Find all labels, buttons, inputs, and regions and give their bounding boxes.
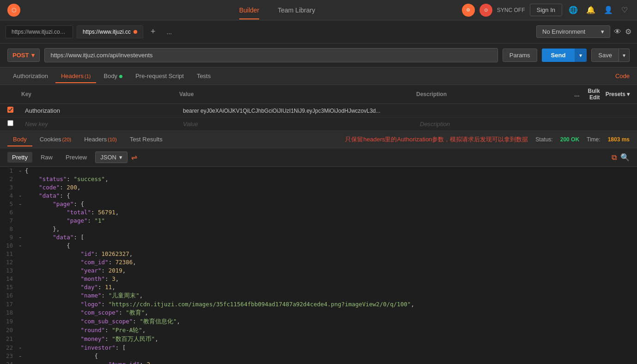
line-content: "code": 200, — [25, 184, 637, 191]
line-toggle[interactable]: - — [18, 352, 25, 359]
tab-body[interactable]: Body — [98, 69, 128, 83]
request-tabs: Authorization Headers(1) Body Pre-reques… — [0, 67, 637, 85]
tab-pre-request[interactable]: Pre-request Script — [130, 69, 189, 83]
presets-button[interactable]: Presets ▾ — [606, 91, 630, 97]
line-number: 1 — [0, 167, 18, 174]
tab-headers[interactable]: Headers(1) — [55, 69, 97, 83]
tab-tests[interactable]: Tests — [191, 69, 216, 83]
line-number: 5 — [0, 200, 18, 207]
line-number: 22 — [0, 344, 18, 351]
line-content: "com_sub_scope": "教育信息化", — [25, 318, 637, 326]
line-content: "investor": [ — [25, 344, 637, 351]
line-number: 20 — [0, 327, 18, 334]
method-dropdown[interactable]: POST ▾ — [7, 49, 40, 62]
json-line: 4- "data": { — [0, 192, 637, 200]
top-nav-tabs: Builder Team Library — [92, 1, 462, 19]
copy-icon[interactable]: ⧉ — [612, 153, 617, 162]
json-line: 3 "code": 200, — [0, 183, 637, 192]
tab-builder[interactable]: Builder — [239, 1, 260, 19]
search-icon[interactable]: 🔍 — [620, 153, 630, 162]
annotation-text: 只保留headers里的Authorization参数，模拟请求后发现可以拿到数… — [345, 135, 528, 144]
cookies-tab-label: Cookies — [40, 136, 61, 143]
sync-label: SYNC OFF — [497, 7, 525, 13]
heart-icon[interactable]: ♡ — [619, 4, 630, 16]
line-content: "page": "1" — [25, 217, 637, 224]
tab-authorization[interactable]: Authorization — [7, 69, 54, 83]
line-number: 3 — [0, 184, 18, 191]
line-content: "status": "success", — [25, 176, 637, 182]
line-number: 13 — [0, 267, 18, 274]
json-line: 14 "month": 3, — [0, 275, 637, 283]
save-button[interactable]: Save — [591, 49, 619, 62]
line-content: "name": "儿童周末", — [25, 292, 637, 300]
globe-icon[interactable]: 🌐 — [567, 4, 580, 16]
postman-icon: ⬡ — [7, 4, 20, 17]
line-toggle[interactable]: - — [18, 242, 25, 249]
line-content: { — [25, 242, 637, 249]
tab-team-library[interactable]: Team Library — [278, 1, 315, 19]
tab-test-results[interactable]: Test Results — [124, 132, 168, 146]
format-type-dropdown[interactable]: JSON ▾ — [95, 152, 127, 163]
url-input[interactable] — [44, 48, 497, 62]
tab-response-headers[interactable]: Headers(10) — [79, 132, 122, 146]
save-dropdown-button[interactable]: ▾ — [619, 49, 630, 62]
resp-headers-label: Headers — [84, 136, 107, 143]
environment-dropdown[interactable]: No Environment ▾ — [536, 25, 610, 38]
json-line: 19 "com_sub_scope": "教育信息化", — [0, 317, 637, 326]
user-icon[interactable]: 👤 — [602, 4, 615, 16]
line-number: 19 — [0, 318, 18, 325]
line-number: 8 — [0, 225, 18, 232]
add-tab-button[interactable]: + — [147, 25, 159, 38]
tab-response-body[interactable]: Body — [7, 132, 32, 146]
environment-label: No Environment — [542, 28, 585, 35]
header-new-checkbox[interactable] — [7, 120, 13, 126]
format-dropdown-arrow-icon: ▾ — [119, 154, 122, 161]
tab-item-2[interactable]: https://www.itjuzi.cc — [77, 25, 143, 38]
line-content: { — [25, 352, 637, 359]
header-row-1-checkbox[interactable] — [7, 107, 13, 113]
url-tabs-bar: https://www.itjuzi.com/ap https://www.it… — [0, 20, 637, 43]
gear-icon[interactable]: ⚙ — [625, 27, 631, 36]
send-dropdown-button[interactable]: ▾ — [575, 49, 587, 62]
format-pretty-button[interactable]: Pretty — [7, 152, 32, 163]
env-selector: No Environment ▾ 👁 ⚙ — [536, 25, 631, 38]
beautify-icon[interactable]: ⇌ — [131, 153, 137, 162]
line-toggle[interactable]: - — [18, 192, 25, 199]
sign-in-button[interactable]: Sign In — [530, 4, 562, 16]
bulk-edit-button[interactable]: Bulk Edit — [585, 88, 600, 101]
new-value-placeholder: Value — [179, 119, 202, 129]
header-more-button[interactable]: ... — [574, 91, 580, 98]
line-content: { — [25, 167, 637, 174]
format-type-label: JSON — [100, 154, 116, 161]
line-content: "data": [ — [25, 234, 637, 241]
format-bar: Pretty Raw Preview JSON ▾ ⇌ ⧉ 🔍 — [0, 148, 637, 167]
line-content: "money": "数百万人民币", — [25, 335, 637, 343]
tab-cookies[interactable]: Cookies(20) — [34, 132, 77, 146]
body-tab-label: Body — [103, 73, 117, 79]
line-number: 14 — [0, 275, 18, 282]
line-number: 11 — [0, 250, 18, 257]
line-toggle[interactable]: - — [18, 167, 25, 174]
json-line: 23- { — [0, 352, 637, 360]
params-button[interactable]: Params — [503, 49, 537, 62]
format-preview-button[interactable]: Preview — [61, 152, 91, 163]
line-content: "round": "Pre-A轮", — [25, 327, 637, 334]
bell-icon[interactable]: 🔔 — [584, 4, 597, 16]
code-link[interactable]: Code — [615, 73, 630, 79]
format-right-icons: ⧉ 🔍 — [612, 153, 630, 162]
line-number: 23 — [0, 352, 18, 359]
line-number: 10 — [0, 242, 18, 249]
format-raw-button[interactable]: Raw — [36, 152, 57, 163]
json-viewer[interactable]: 1-{2 "status": "success",3 "code": 200,4… — [0, 167, 637, 364]
line-content: "day": 11, — [25, 284, 637, 291]
line-toggle[interactable]: - — [18, 344, 25, 351]
eye-icon[interactable]: 👁 — [614, 28, 621, 36]
send-button[interactable]: Send — [542, 49, 575, 62]
presets-label: Presets — [606, 91, 625, 97]
body-tab-dot — [119, 75, 122, 78]
time-label: Time: — [587, 136, 601, 143]
line-toggle[interactable]: - — [18, 200, 25, 207]
tab-item-1[interactable]: https://www.itjuzi.com/ap — [6, 25, 73, 38]
line-toggle[interactable]: - — [18, 234, 25, 241]
more-tabs-button[interactable]: ... — [163, 26, 176, 37]
